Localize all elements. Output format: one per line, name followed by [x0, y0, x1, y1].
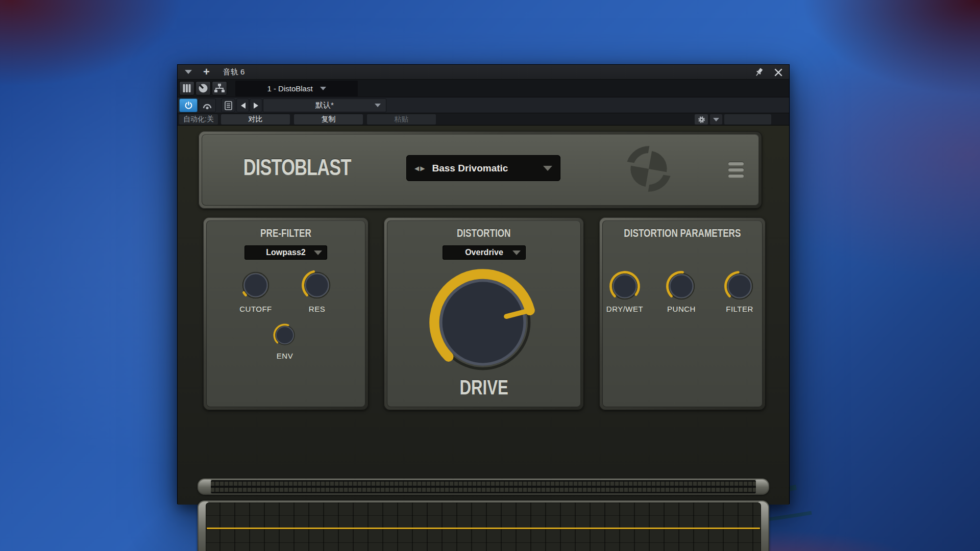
dry-wet-knob[interactable] — [608, 270, 641, 303]
cutoff-knob[interactable] — [239, 269, 272, 302]
readout-field — [724, 114, 771, 124]
res-knob[interactable] — [301, 269, 333, 302]
chevron-down-icon — [375, 104, 381, 107]
chevron-down-icon — [543, 166, 552, 171]
power-icon[interactable] — [179, 98, 198, 112]
gear-dropdown[interactable] — [710, 114, 722, 124]
collapse-caret-icon[interactable] — [185, 70, 192, 74]
graph-grid[interactable] — [206, 503, 761, 551]
compare-button[interactable]: 对比 — [221, 114, 290, 124]
punch-knob[interactable] — [665, 270, 698, 303]
automation-toggle[interactable]: 自动化:关 — [179, 114, 218, 124]
plugin-brand: DISTOBLAST — [243, 155, 351, 180]
env-label: ENV — [259, 352, 310, 360]
cutoff-label: CUTOFF — [230, 305, 281, 313]
instrument-selector[interactable]: 1 - DistoBlast — [235, 81, 358, 96]
distortion-panel: DISTORTION Overdrive DRIVE — [384, 217, 584, 410]
preset-selector[interactable]: 默认* — [263, 98, 386, 112]
strip-right-cap[interactable] — [755, 480, 768, 494]
routing-icon[interactable] — [212, 81, 227, 95]
window-titlebar: + 音轨 6 — [178, 65, 789, 80]
drive-label: DRIVE — [459, 376, 508, 399]
res-label: RES — [291, 305, 342, 313]
envelope-graph[interactable] — [198, 500, 769, 551]
distortion-parameters-title: DISTORTION PARAMETERS — [624, 227, 741, 240]
paste-button[interactable]: 粘贴 — [367, 114, 436, 124]
filter-knob[interactable] — [723, 270, 756, 303]
preset-prev-next-icons[interactable]: ◀▶ — [414, 165, 426, 172]
plugin-preset-selector[interactable]: ◀▶ Bass Drivomatic — [406, 155, 560, 181]
mixer-icon[interactable] — [179, 81, 194, 95]
chevron-down-icon — [314, 251, 322, 255]
punch-label: PUNCH — [656, 305, 707, 313]
copy-button[interactable]: 复制 — [294, 114, 363, 124]
plugin-window: + 音轨 6 — [177, 64, 790, 504]
filter-type-dropdown[interactable]: Lowpass2 — [244, 245, 327, 260]
hamburger-icon[interactable] — [728, 162, 744, 181]
pre-filter-panel: PRE-FILTER Lowpass2 CUTOFF RES ENV — [203, 217, 369, 410]
gear-icon[interactable] — [695, 114, 708, 124]
dry-wet-label: DRY/WET — [599, 305, 650, 313]
action-row: 自动化:关 对比 复制 粘贴 — [178, 113, 789, 126]
strip-cells — [211, 480, 756, 493]
ramp-icon[interactable] — [199, 98, 216, 112]
next-icon[interactable] — [250, 98, 262, 112]
desktop-wallpaper: + 音轨 6 — [0, 0, 980, 551]
distortion-title: DISTORTION — [457, 227, 511, 240]
env-knob[interactable] — [273, 323, 297, 347]
distoblast-logo — [621, 141, 676, 196]
pin-icon[interactable] — [753, 67, 765, 78]
plugin-preset-name: Bass Drivomatic — [432, 163, 508, 174]
add-insert-button[interactable]: + — [203, 66, 210, 78]
pre-filter-title: PRE-FILTER — [260, 227, 311, 240]
drive-knob[interactable] — [428, 267, 538, 378]
knob-icon[interactable] — [195, 81, 211, 95]
preset-toolbar: 默认* — [178, 97, 789, 113]
instrument-selector-label: 1 - DistoBlast — [267, 84, 312, 93]
strip-left-cap[interactable] — [199, 480, 212, 494]
plugin-editor: DISTOBLAST ◀▶ Bass Drivomatic — [178, 126, 789, 505]
prev-icon[interactable] — [236, 98, 249, 112]
preset-list-icon[interactable] — [221, 98, 235, 112]
filter-label: FILTER — [714, 305, 765, 313]
chevron-down-icon — [512, 251, 521, 255]
plugin-header: DISTOBLAST ◀▶ Bass Drivomatic — [199, 131, 762, 209]
close-icon[interactable] — [774, 68, 783, 77]
chevron-down-icon — [320, 87, 326, 90]
distortion-mode-dropdown[interactable]: Overdrive — [443, 245, 526, 260]
step-strip-scrollbar[interactable] — [198, 479, 769, 495]
preset-selector-label: 默认* — [315, 101, 334, 110]
track-title: 音轨 6 — [223, 67, 245, 77]
instrument-toolbar: 1 - DistoBlast — [178, 80, 789, 97]
distortion-parameters-panel: DISTORTION PARAMETERS DRY/WET PUNCH FILT… — [599, 217, 766, 410]
envelope-value-line[interactable] — [207, 528, 760, 529]
